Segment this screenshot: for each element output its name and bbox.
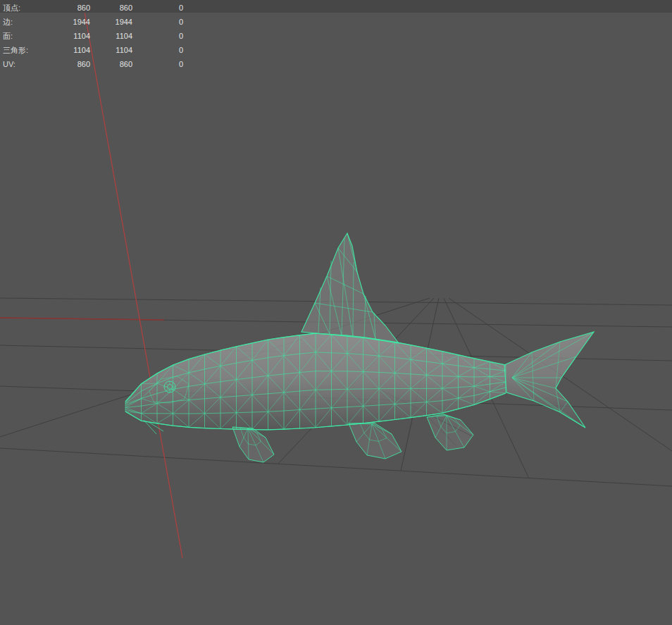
- stats-row-triangles: 三角形: 1104 1104 0: [3, 43, 183, 57]
- stat-label: 顶点:: [3, 1, 66, 15]
- stat-value: 860: [90, 1, 132, 15]
- stat-value: 860: [90, 57, 132, 71]
- stat-value: 0: [132, 15, 183, 29]
- scene-canvas[interactable]: [0, 0, 672, 625]
- stat-value: 860: [66, 57, 90, 71]
- stat-value: 1944: [90, 15, 132, 29]
- stat-label: UV:: [3, 57, 66, 71]
- stats-row-uv: UV: 860 860 0: [3, 57, 183, 71]
- stat-label: 三角形:: [3, 43, 66, 57]
- stats-row-edges: 边: 1944 1944 0: [3, 15, 183, 29]
- stat-value: 1104: [66, 29, 90, 43]
- stat-value: 1104: [66, 43, 90, 57]
- stat-value: 1104: [90, 29, 132, 43]
- mesh-stats-panel: 顶点: 860 860 0 边: 1944 1944 0 面: 1104 110…: [3, 1, 183, 71]
- stat-value: 1944: [66, 15, 90, 29]
- stats-row-vertices: 顶点: 860 860 0: [3, 1, 183, 15]
- stat-value: 0: [132, 43, 183, 57]
- stat-value: 0: [132, 1, 183, 15]
- stat-value: 0: [132, 29, 183, 43]
- fish-wireframe-model[interactable]: [125, 233, 594, 462]
- stat-value: 860: [66, 1, 90, 15]
- stat-value: 1104: [90, 43, 132, 57]
- stat-label: 面:: [3, 29, 66, 43]
- axis-lines: [0, 0, 182, 558]
- stat-value: 0: [132, 57, 183, 71]
- stats-row-faces: 面: 1104 1104 0: [3, 29, 183, 43]
- viewport-3d[interactable]: 顶点: 860 860 0 边: 1944 1944 0 面: 1104 110…: [0, 0, 672, 625]
- stat-label: 边:: [3, 15, 66, 29]
